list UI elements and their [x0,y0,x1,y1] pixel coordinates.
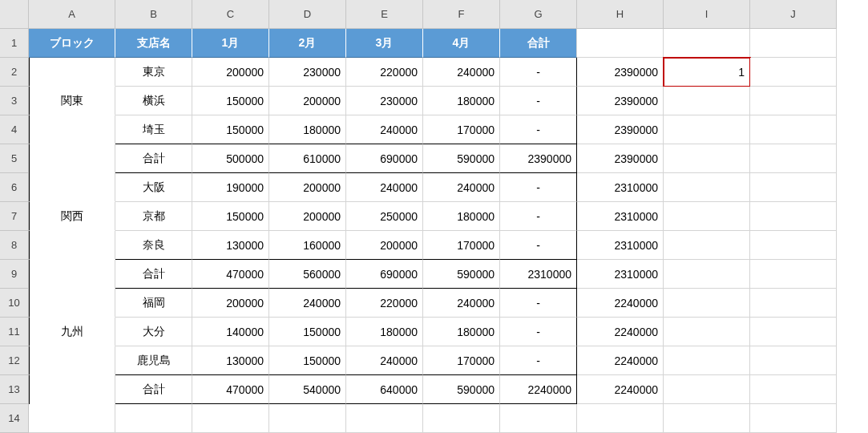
cell-I12[interactable] [664,346,750,375]
branch-cell[interactable]: 埼玉 [115,115,192,144]
block-name[interactable] [29,173,115,202]
data-cell[interactable]: 170000 [423,231,500,260]
cell-J10[interactable] [750,289,837,318]
cell-I9[interactable] [664,260,750,289]
cell-I2-selected[interactable]: 1 [664,58,750,87]
header-branch[interactable]: 支店名 [115,29,192,58]
cell-J4[interactable] [750,115,837,144]
col-header-F[interactable]: F [423,0,500,29]
branch-cell[interactable]: 大阪 [115,173,192,202]
cell-I8[interactable] [664,231,750,260]
data-cell[interactable]: 200000 [192,58,269,87]
total-cell[interactable]: 2240000 [500,375,577,404]
cell-I11[interactable] [664,318,750,346]
col-header-A[interactable]: A [29,0,115,29]
data-cell[interactable]: 560000 [269,260,346,289]
data-cell[interactable]: 240000 [346,173,423,202]
block-name[interactable] [29,289,115,318]
cell-I1[interactable] [664,29,750,58]
row-header-12[interactable]: 12 [0,346,29,375]
branch-cell[interactable]: 福岡 [115,289,192,318]
total-cell[interactable]: - [500,115,577,144]
block-name[interactable] [29,260,115,289]
data-cell[interactable]: 470000 [192,375,269,404]
total-cell[interactable]: - [500,173,577,202]
col-header-B[interactable]: B [115,0,192,29]
data-cell[interactable]: 230000 [346,87,423,115]
total-cell[interactable]: - [500,318,577,346]
data-cell[interactable]: 170000 [423,346,500,375]
col-header-J[interactable]: J [750,0,837,29]
cell-J3[interactable] [750,87,837,115]
data-cell[interactable]: 180000 [423,87,500,115]
cell-H8[interactable]: 2310000 [577,231,664,260]
cell-J6[interactable] [750,173,837,202]
header-block[interactable]: ブロック [29,29,115,58]
row-header-3[interactable]: 3 [0,87,29,115]
cell-J2[interactable] [750,58,837,87]
total-cell[interactable]: - [500,289,577,318]
cell-H7[interactable]: 2310000 [577,202,664,231]
cell-H14[interactable] [577,404,664,433]
data-cell[interactable]: 180000 [346,318,423,346]
data-cell[interactable]: 180000 [269,115,346,144]
data-cell[interactable]: 200000 [346,231,423,260]
cell-H13[interactable]: 2240000 [577,375,664,404]
data-cell[interactable]: 150000 [192,87,269,115]
data-cell[interactable]: 540000 [269,375,346,404]
select-all-corner[interactable] [0,0,29,29]
cell-H10[interactable]: 2240000 [577,289,664,318]
data-cell[interactable]: 160000 [269,231,346,260]
col-header-H[interactable]: H [577,0,664,29]
cell-I10[interactable] [664,289,750,318]
block-name[interactable] [29,231,115,260]
col-header-E[interactable]: E [346,0,423,29]
cell-E14[interactable] [346,404,423,433]
data-cell[interactable]: 590000 [423,144,500,173]
cell-J12[interactable] [750,346,837,375]
cell-H1[interactable] [577,29,664,58]
data-cell[interactable]: 240000 [269,289,346,318]
branch-cell[interactable]: 合計 [115,375,192,404]
cell-H11[interactable]: 2240000 [577,318,664,346]
cell-G14[interactable] [500,404,577,433]
total-cell[interactable]: 2390000 [500,144,577,173]
header-m4[interactable]: 4月 [423,29,500,58]
branch-cell[interactable]: 京都 [115,202,192,231]
data-cell[interactable]: 190000 [192,173,269,202]
data-cell[interactable]: 140000 [192,318,269,346]
block-name[interactable]: 九州 [29,318,115,346]
cell-H2[interactable]: 2390000 [577,58,664,87]
cell-C14[interactable] [192,404,269,433]
data-cell[interactable]: 150000 [192,202,269,231]
branch-cell[interactable]: 鹿児島 [115,346,192,375]
row-header-5[interactable]: 5 [0,144,29,173]
data-cell[interactable]: 150000 [269,318,346,346]
cell-J9[interactable] [750,260,837,289]
header-m3[interactable]: 3月 [346,29,423,58]
row-header-8[interactable]: 8 [0,231,29,260]
col-header-C[interactable]: C [192,0,269,29]
data-cell[interactable]: 130000 [192,231,269,260]
row-header-10[interactable]: 10 [0,289,29,318]
cell-H12[interactable]: 2240000 [577,346,664,375]
data-cell[interactable]: 220000 [346,289,423,318]
row-header-7[interactable]: 7 [0,202,29,231]
row-header-1[interactable]: 1 [0,29,29,58]
block-name[interactable] [29,346,115,375]
cell-I4[interactable] [664,115,750,144]
row-header-11[interactable]: 11 [0,318,29,346]
total-cell[interactable]: - [500,58,577,87]
data-cell[interactable]: 640000 [346,375,423,404]
data-cell[interactable]: 610000 [269,144,346,173]
row-header-2[interactable]: 2 [0,58,29,87]
cell-H6[interactable]: 2310000 [577,173,664,202]
col-header-I[interactable]: I [664,0,750,29]
cell-J5[interactable] [750,144,837,173]
cell-H9[interactable]: 2310000 [577,260,664,289]
data-cell[interactable]: 690000 [346,260,423,289]
header-m1[interactable]: 1月 [192,29,269,58]
data-cell[interactable]: 130000 [192,346,269,375]
data-cell[interactable]: 240000 [423,289,500,318]
total-cell[interactable]: - [500,231,577,260]
